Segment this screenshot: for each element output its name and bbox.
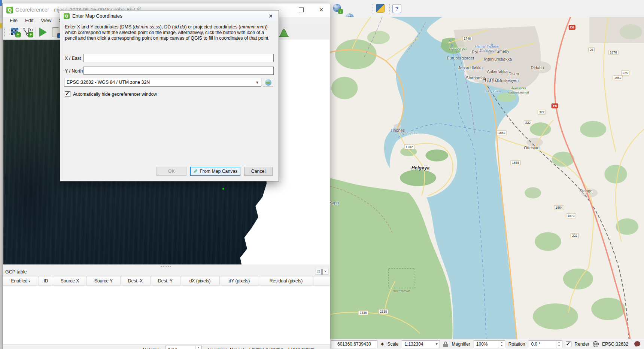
chevron-down-icon[interactable]: ▼: [434, 341, 440, 348]
x-east-label: X / East: [65, 56, 81, 61]
magnifier-spinner[interactable]: 100% ▲▼: [474, 340, 505, 348]
qgis-map-canvas[interactable]: ✈ HamarStorhamarBriskebyenAnkerløkkaMæhl…: [329, 17, 644, 339]
statusbar-crs[interactable]: EPSG:32632: [602, 342, 628, 347]
scale-combo[interactable]: 1:132304 ▼: [402, 340, 440, 348]
y-north-label: Y / North: [65, 68, 83, 74]
histogram-stretch-icon[interactable]: [278, 27, 289, 39]
map-label: Ottestad: [524, 146, 540, 150]
gcp-column-residual-pixels-[interactable]: Residual (pixels): [259, 276, 313, 286]
menu-view[interactable]: View: [37, 17, 55, 25]
route-shield: 25: [588, 48, 595, 52]
georef-rotation-spinner[interactable]: 0.0 ° ▲▼: [165, 346, 202, 349]
gcp-column-dest-x[interactable]: Dest. X: [121, 276, 151, 286]
crs-globe-icon[interactable]: [593, 341, 599, 347]
render-checkbox[interactable]: [566, 342, 571, 347]
route-shield: 1852: [497, 131, 507, 135]
panel-splitter[interactable]: ••••••: [3, 264, 330, 268]
map-label: naturreservat: [393, 289, 410, 293]
gcp-column-enabled[interactable]: Enabled: [3, 276, 39, 286]
map-label: Furuberget: [449, 46, 467, 50]
maximize-button[interactable]: [294, 3, 309, 16]
close-panel-icon[interactable]: ✕: [322, 269, 328, 275]
auto-hide-checkbox[interactable]: [65, 91, 70, 97]
gcp-column-source-y[interactable]: Source Y: [87, 276, 121, 286]
route-shield: 1702: [404, 145, 414, 150]
screen: { "window": { "title": "Georeferencer - …: [0, 0, 644, 349]
map-label: Ankerløkka: [487, 69, 507, 74]
magnifier-value: 100%: [474, 341, 499, 348]
dialog-close-button[interactable]: [263, 10, 279, 22]
route-shield: 235: [621, 71, 629, 76]
toolbar-separator: [36, 27, 36, 37]
cancel-button[interactable]: Cancel: [244, 167, 273, 176]
route-shield: 1746: [462, 36, 473, 41]
start-georeferencing-icon[interactable]: [39, 28, 47, 37]
toolbar-grip[interactable]: [372, 4, 374, 13]
route-shield: 322: [538, 110, 546, 115]
toolbar-grip[interactable]: [389, 4, 390, 13]
map-label: Kapp: [329, 200, 339, 205]
ok-button-label: OK: [168, 169, 175, 174]
menu-file[interactable]: File: [6, 17, 21, 25]
map-label: Åkersvika naturreservat: [508, 86, 529, 94]
close-button[interactable]: [314, 3, 329, 16]
crs-selector-value: EPSG:32632 - WGS 84 / UTM zone 32N: [64, 80, 253, 85]
dialog-instructions: Enter X and Y coordinates (DMS (dd mm ss…: [65, 24, 274, 41]
spinner-arrows[interactable]: ▲▼: [499, 341, 505, 348]
render-label: Render: [575, 342, 589, 347]
menu-edit[interactable]: Edit: [22, 17, 37, 25]
gcp-column-source-x[interactable]: Source X: [53, 276, 87, 286]
route-shield: 2338: [379, 309, 389, 314]
dialog-titlebar[interactable]: Q Enter Map Coordinates: [60, 10, 279, 22]
gcp-table-body[interactable]: [3, 285, 330, 345]
messages-balloon-icon[interactable]: [634, 341, 640, 346]
chevron-down-icon[interactable]: ▼: [253, 80, 261, 85]
spinner-arrows[interactable]: ▲▼: [556, 341, 562, 348]
map-label: Jønsrudløkka: [458, 65, 483, 70]
rotation-value: 0.0 °: [529, 341, 556, 348]
cursor-position-icon[interactable]: ⌖: [381, 341, 384, 348]
rotation-spinner[interactable]: 0.0 ° ▲▼: [529, 340, 562, 348]
route-shield: 1952: [613, 76, 623, 80]
route-shield: E6: [569, 25, 575, 30]
gcp-column-dest-y[interactable]: Dest. Y: [151, 276, 180, 286]
ok-button[interactable]: OK: [157, 167, 186, 176]
from-map-canvas-button[interactable]: ✎ From Map Canvas: [190, 167, 240, 176]
map-labels-layer: HamarStorhamarBriskebyenAnkerløkkaMæhlum…: [329, 17, 644, 339]
y-north-input[interactable]: [83, 67, 274, 75]
toolbar-grip[interactable]: [4, 27, 5, 37]
route-shield: E6: [552, 104, 558, 108]
map-label: Pol: [472, 50, 478, 54]
dialog-title: Enter Map Coordinates: [72, 13, 122, 19]
map-label: Åkersvika: [485, 89, 501, 93]
enter-map-coordinates-dialog: Q Enter Map Coordinates Enter X and Y co…: [60, 10, 279, 181]
coordinate-box[interactable]: 601360,6739430: [331, 340, 377, 348]
gcp-panel-titlebar[interactable]: GCP table: [3, 268, 330, 276]
map-label: Furubergjordet: [447, 56, 474, 60]
scale-value: 1:132304: [402, 342, 434, 347]
x-east-input[interactable]: [83, 54, 274, 62]
cancel-button-label: Cancel: [251, 169, 265, 174]
python-console-icon[interactable]: [376, 4, 385, 13]
open-raster-icon[interactable]: +: [11, 28, 20, 37]
lock-scale-icon[interactable]: [443, 342, 448, 347]
georeferencer-statusbar: Rotation 0.0 ° ▲▼ Transform: Not set 502…: [3, 345, 330, 349]
add-gcp-point-icon[interactable]: +: [23, 28, 33, 37]
gcp-column-dx-pixels-[interactable]: dX (pixels): [180, 276, 220, 286]
undock-panel-icon[interactable]: ❐: [316, 269, 322, 275]
gcp-column-dy-pixels-[interactable]: dY (pixels): [220, 276, 259, 286]
help-icon[interactable]: ?: [392, 4, 401, 13]
download-osm-data-icon[interactable]: ↓: [332, 3, 342, 13]
pencil-icon: ✎: [193, 168, 198, 174]
spinner-arrows[interactable]: ▲▼: [195, 346, 201, 349]
route-shield: 1870: [566, 214, 576, 218]
crs-selector-combo[interactable]: EPSG:32632 - WGS 84 / UTM zone 32N ▼: [64, 78, 261, 87]
gcp-column-id[interactable]: ID: [39, 276, 53, 286]
map-label: Ridabu: [531, 65, 544, 70]
route-shield: 1864: [554, 205, 564, 210]
georef-rotation-value: 0.0 °: [165, 346, 195, 349]
map-label: Hamar flyplass Stafsberg: [475, 44, 499, 52]
select-crs-button[interactable]: [263, 78, 273, 87]
georef-crs: EPSG:32632: [288, 347, 315, 349]
gcp-panel-title: GCP table: [3, 269, 27, 275]
